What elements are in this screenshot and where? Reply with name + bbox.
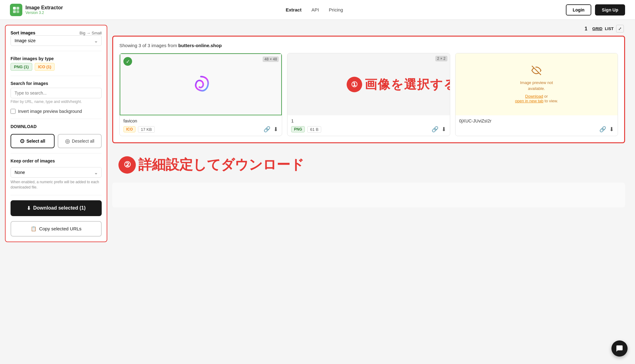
signup-button[interactable]: Sign Up	[595, 4, 625, 16]
favicon-preview	[190, 73, 212, 95]
copy-btn-label: Copy selected URLs	[39, 226, 82, 231]
divider-1	[11, 51, 102, 51]
link-button-2[interactable]: 🔗	[432, 126, 438, 133]
select-all-button[interactable]: ⊙ Select all	[11, 134, 55, 148]
image-meta-1: ICO 17 KB 🔗 ⬇	[123, 126, 278, 133]
fullscreen-button[interactable]: ⤢	[616, 25, 624, 33]
panel-header: Showing 3 of 3 images from butters-onlin…	[119, 43, 618, 48]
logo-icon	[10, 4, 22, 16]
content: 1 GRID LIST ⤢ Showing 3 of 3 images from…	[107, 25, 630, 359]
deselect-all-icon: ◎	[65, 138, 70, 144]
image-actions-3: 🔗 ⬇	[599, 126, 614, 133]
sort-select[interactable]: Image size Name Type	[11, 35, 102, 46]
image-card-1: ✓ 48 × 48	[119, 53, 282, 136]
image-info-3: 0jXUC-JUviZsI2r 🔗 ⬇	[455, 115, 618, 136]
open-link-3[interactable]: open in new tab	[515, 99, 544, 103]
bottom-placeholder	[112, 183, 625, 207]
image-thumb-2[interactable]: 2 × 2 ① 画像を選択する	[287, 53, 450, 115]
select-buttons-row: ⊙ Select all ◎ Deselect all	[11, 134, 102, 148]
deselect-all-button[interactable]: ◎ Deselect all	[58, 134, 102, 148]
filter-badge-ico[interactable]: ICO (1)	[35, 63, 55, 71]
image-actions-1: 🔗 ⬇	[264, 126, 278, 133]
login-button[interactable]: Login	[566, 4, 591, 16]
content-topbar: 1 GRID LIST ⤢	[112, 25, 625, 33]
download-link-3[interactable]: Download	[525, 94, 543, 99]
link-button-1[interactable]: 🔗	[264, 126, 270, 133]
sort-select-wrapper: Image size Name Type	[11, 35, 102, 46]
step1-annotation: ① 画像を選択する	[347, 76, 450, 93]
image-card-2: 2 × 2 ① 画像を選択する 1 PNG 61 B	[287, 53, 450, 136]
select-all-label: Select all	[26, 139, 45, 144]
download-btn-label: Download selected (1)	[33, 205, 86, 211]
keep-order-hint: When enabled, a numeric prefix will be a…	[11, 180, 102, 190]
svg-rect-2	[13, 10, 16, 13]
sort-direction: Big → Small	[79, 31, 102, 35]
link-button-3[interactable]: 🔗	[599, 126, 606, 133]
step2-container: ② 詳細設定してダウンロード	[112, 149, 625, 180]
download-section: DOWNLOAD ⊙ Select all ◎ Deselect all	[11, 124, 102, 148]
fullscreen-icon: ⤢	[618, 26, 622, 31]
type-badge-ico-1: ICO	[123, 126, 135, 132]
sort-section: Sort images Big → Small Image size Name …	[11, 30, 102, 46]
view-toggle: GRID LIST ⤢	[592, 25, 624, 33]
image-name-2: 1	[291, 118, 446, 123]
download-button-2[interactable]: ⬇	[442, 126, 446, 133]
nav-extract[interactable]: Extract	[286, 7, 302, 12]
page-number: 1	[584, 26, 587, 32]
logo: Image Extractor Version 3.2	[10, 4, 63, 16]
divider-5	[11, 195, 102, 195]
invert-section: Invert image preview background	[11, 109, 102, 114]
images-panel: Showing 3 of 3 images from butters-onlin…	[112, 36, 625, 143]
download-button-3[interactable]: ⬇	[609, 126, 614, 133]
filter-badges: PNG (1) ICO (1)	[11, 63, 102, 71]
thumb-size-1: 48 × 48	[263, 56, 279, 62]
no-preview-text: Image preview notavailable.	[520, 80, 553, 91]
image-actions-2: 🔗 ⬇	[432, 126, 446, 133]
image-name-3: 0jXUC-JUviZsI2r	[459, 118, 614, 123]
search-label: Search for images	[11, 81, 102, 86]
filter-badge-png[interactable]: PNG (1)	[11, 63, 32, 71]
copy-icon: 📋	[31, 226, 37, 232]
thumb-size-2: 2 × 2	[435, 56, 447, 61]
keep-order-select-wrapper: None By name By size	[11, 167, 102, 178]
image-meta-2: PNG 61 B 🔗 ⬇	[291, 126, 446, 133]
showing-text: Showing 3 of 3 images from	[119, 43, 178, 48]
svg-rect-1	[16, 7, 19, 10]
chat-bubble-button[interactable]	[611, 340, 628, 357]
file-size-2: 61 B	[307, 126, 321, 133]
file-size-1: 17 KB	[138, 126, 154, 133]
image-info-1: favicon ICO 17 KB 🔗 ⬇	[120, 115, 282, 136]
divider-2	[11, 76, 102, 76]
download-button[interactable]: ⬇ Download selected (1)	[11, 200, 102, 216]
keep-order-section: Keep order of images None By name By siz…	[11, 158, 102, 190]
header: Image Extractor Version 3.2 Extract API …	[0, 0, 635, 20]
no-preview-content: Image preview notavailable. Download or …	[510, 60, 563, 108]
grid-view-button[interactable]: GRID	[592, 26, 602, 31]
nav-api[interactable]: API	[311, 7, 319, 12]
filter-label: Filter images by type	[11, 56, 102, 61]
download-button-1[interactable]: ⬇	[273, 126, 278, 133]
image-thumb-3[interactable]: Image preview notavailable. Download or …	[455, 53, 618, 115]
selected-check-1: ✓	[123, 57, 132, 66]
app-title: Image Extractor	[25, 5, 63, 11]
search-section: Search for images Filter by URL, name, t…	[11, 81, 102, 104]
invert-checkbox[interactable]	[11, 109, 16, 114]
list-view-button[interactable]: LIST	[605, 26, 614, 31]
type-badge-png-2: PNG	[291, 126, 305, 132]
keep-order-label: Keep order of images	[11, 158, 102, 163]
search-input[interactable]	[11, 88, 102, 98]
keep-order-select[interactable]: None By name By size	[11, 167, 102, 178]
svg-rect-3	[16, 10, 19, 13]
divider-3	[11, 119, 102, 119]
image-thumb-1[interactable]: ✓ 48 × 48	[120, 53, 282, 115]
svg-rect-0	[13, 7, 16, 10]
nav-pricing[interactable]: Pricing	[329, 7, 343, 12]
images-grid: ✓ 48 × 48	[119, 53, 618, 136]
image-info-2: 1 PNG 61 B 🔗 ⬇	[287, 115, 450, 136]
image-card-3: Image preview notavailable. Download or …	[455, 53, 618, 136]
main-nav: Extract API Pricing	[286, 7, 343, 12]
no-preview-links: Download or open in new tab to view.	[515, 94, 558, 103]
select-all-icon: ⊙	[20, 138, 24, 144]
download-label: DOWNLOAD	[11, 124, 102, 129]
copy-button[interactable]: 📋 Copy selected URLs	[11, 221, 102, 237]
